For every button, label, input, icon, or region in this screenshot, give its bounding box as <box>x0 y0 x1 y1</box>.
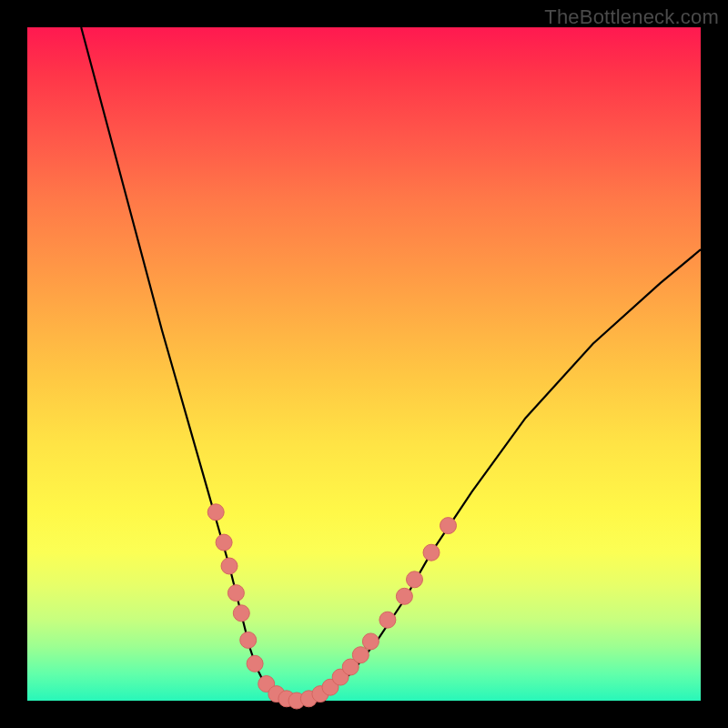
watermark-text: TheBottleneck.com <box>544 5 719 29</box>
chart-marker <box>233 605 249 622</box>
chart-marker <box>207 504 224 521</box>
chart-marker <box>240 632 257 648</box>
chart-marker <box>396 588 412 604</box>
chart-marker <box>247 655 263 672</box>
chart-marker <box>423 544 440 561</box>
chart-markers <box>207 504 456 709</box>
bottleneck-curve <box>81 27 701 701</box>
chart-frame: TheBottleneck.com <box>0 0 728 728</box>
chart-marker <box>352 647 369 663</box>
chart-svg <box>27 27 701 701</box>
chart-marker <box>407 571 423 588</box>
chart-marker <box>221 558 238 574</box>
chart-marker <box>379 612 396 628</box>
chart-marker <box>228 585 244 602</box>
chart-marker <box>440 518 457 534</box>
chart-marker <box>216 534 232 551</box>
chart-marker <box>362 633 379 650</box>
chart-plot-area <box>27 27 701 701</box>
